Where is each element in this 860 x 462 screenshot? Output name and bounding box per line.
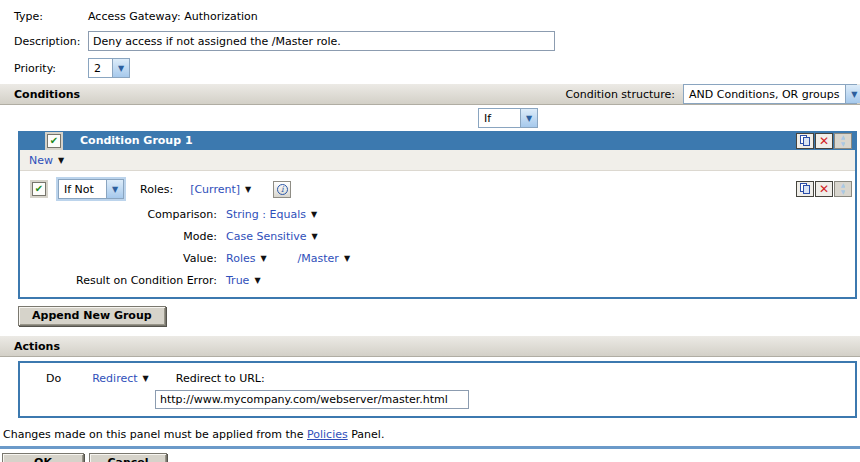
delete-x-icon: ✕ [819, 183, 829, 195]
value-label: Value: [20, 252, 217, 265]
move-up-icon: ▲ [841, 134, 846, 141]
copy-icon [800, 183, 811, 195]
chevron-down-icon: ▼ [845, 85, 860, 103]
delete-condition-button[interactable]: ✕ [815, 181, 833, 197]
menu-arrow-icon: ▼ [143, 374, 149, 383]
chevron-down-icon: ▼ [520, 109, 537, 127]
value-source: Roles [226, 252, 255, 265]
copy-group-button[interactable] [796, 133, 814, 149]
menu-arrow-icon: ▼ [260, 254, 266, 263]
delete-x-icon: ✕ [819, 135, 829, 147]
copy-condition-button[interactable] [796, 181, 814, 197]
delete-group-button[interactable]: ✕ [815, 133, 833, 149]
type-value: Access Gateway: Authorization [88, 10, 258, 23]
priority-label: Priority: [14, 62, 88, 75]
move-up-icon: ▲ [841, 182, 846, 189]
policies-link[interactable]: Policies [307, 428, 348, 441]
condition-group-header: ✔ Condition Group 1 ✕ ▲ ▼ [20, 131, 855, 150]
check-icon: ✔ [35, 184, 43, 194]
condition-field-value: [Current] [190, 183, 240, 196]
conditions-section-title: Conditions [14, 88, 80, 101]
actions-box: Do Redirect ▼ Redirect to URL: [18, 361, 857, 418]
footer-buttons: OK Cancel [2, 453, 860, 462]
cancel-button[interactable]: Cancel [89, 453, 167, 462]
description-row: Description: [14, 31, 860, 51]
condition-enabled-checkbox[interactable]: ✔ [32, 182, 46, 196]
result-on-error-row: Result on Condition Error: True ▼ [20, 269, 855, 291]
check-icon: ✔ [50, 136, 58, 146]
redirect-to-url-label: Redirect to URL: [176, 372, 265, 385]
menu-arrow-icon: ▼ [312, 232, 318, 241]
description-input[interactable] [88, 31, 555, 51]
comparison-row: Comparison: String : Equals ▼ [20, 203, 855, 225]
value-text: /Master [298, 252, 339, 265]
result-on-error-value: True [226, 274, 249, 287]
move-group-button[interactable]: ▲ ▼ [834, 133, 852, 149]
condition-field-menu[interactable]: [Current] ▼ [190, 183, 251, 196]
do-row: Do Redirect ▼ Redirect to URL: [46, 368, 855, 388]
value-text-menu[interactable]: /Master ▼ [298, 252, 350, 265]
move-down-icon: ▼ [841, 141, 846, 148]
priority-select[interactable]: 2 ▼ [88, 58, 130, 78]
chevron-down-icon: ▼ [112, 59, 129, 77]
mode-value: Case Sensitive [226, 230, 307, 243]
value-source-menu[interactable]: Roles ▼ [226, 252, 267, 265]
comparison-menu[interactable]: String : Equals ▼ [226, 208, 317, 221]
group-checkbox-wrap: ✔ [47, 134, 61, 148]
menu-arrow-icon: ▼ [254, 276, 260, 285]
menu-arrow-icon: ▼ [344, 254, 350, 263]
group-header-icons: ✕ ▲ ▼ [795, 133, 852, 149]
do-label: Do [46, 372, 61, 385]
group-enabled-checkbox[interactable]: ✔ [47, 134, 61, 148]
footer-note-suffix: Panel. [348, 428, 385, 441]
actions-section-title: Actions [14, 340, 60, 353]
condition-group-title: Condition Group 1 [80, 134, 193, 147]
info-button[interactable]: i [273, 181, 291, 198]
condition-group-box: ✔ Condition Group 1 ✕ ▲ ▼ New ▼ ✔ I [18, 131, 857, 299]
type-row: Type: Access Gateway: Authorization [14, 8, 860, 24]
mode-label: Mode: [20, 230, 217, 243]
footer-divider [0, 446, 860, 449]
menu-arrow-icon: ▼ [58, 156, 64, 165]
negate-select-value: If Not [59, 180, 106, 198]
chevron-down-icon: ▼ [106, 180, 123, 198]
action-type-menu[interactable]: Redirect ▼ [92, 372, 149, 385]
result-on-error-menu[interactable]: True ▼ [226, 274, 261, 287]
footer-note: Changes made on this panel must be appli… [3, 428, 860, 442]
if-selector-row: If ▼ [478, 108, 860, 128]
condition-structure-value: AND Conditions, OR groups [684, 85, 845, 103]
priority-select-value: 2 [89, 59, 112, 77]
group-content: ✔ If Not ▼ Roles: [Current] ▼ i ✕ [20, 177, 855, 297]
comparison-value: String : Equals [226, 208, 306, 221]
negate-select[interactable]: If Not ▼ [58, 179, 124, 199]
conditions-section-bar: Conditions Condition structure: AND Cond… [0, 84, 860, 105]
condition-structure-label: Condition structure: [565, 88, 675, 101]
info-icon: i [277, 184, 288, 195]
condition-row-icons: ✕ ▲ ▼ [795, 181, 852, 197]
redirect-url-row [155, 390, 855, 409]
condition-structure-select[interactable]: AND Conditions, OR groups ▼ [683, 84, 857, 104]
condition-main-row: ✔ If Not ▼ Roles: [Current] ▼ i ✕ [32, 177, 855, 201]
move-condition-button[interactable]: ▲ ▼ [834, 181, 852, 197]
actions-section-bar: Actions [0, 336, 860, 357]
new-condition-menu[interactable]: New [29, 154, 53, 167]
description-label: Description: [14, 35, 88, 48]
redirect-url-input[interactable] [155, 390, 469, 409]
mode-row: Mode: Case Sensitive ▼ [20, 225, 855, 247]
priority-row: Priority: 2 ▼ [14, 58, 860, 78]
ok-button[interactable]: OK [2, 453, 84, 462]
menu-arrow-icon: ▼ [311, 210, 317, 219]
condition-structure-wrap: Condition structure: AND Conditions, OR … [565, 84, 857, 104]
comparison-label: Comparison: [20, 208, 217, 221]
result-on-error-label: Result on Condition Error: [20, 274, 217, 287]
if-select-value: If [479, 109, 520, 127]
move-down-icon: ▼ [841, 189, 846, 196]
value-row: Value: Roles ▼ /Master ▼ [20, 247, 855, 269]
menu-arrow-icon: ▼ [245, 185, 251, 194]
mode-menu[interactable]: Case Sensitive ▼ [226, 230, 318, 243]
copy-icon [800, 135, 811, 147]
condition-field-label: Roles: [140, 183, 173, 196]
footer-note-prefix: Changes made on this panel must be appli… [3, 428, 307, 441]
append-new-group-button[interactable]: Append New Group [18, 306, 166, 326]
if-select[interactable]: If ▼ [478, 108, 538, 128]
